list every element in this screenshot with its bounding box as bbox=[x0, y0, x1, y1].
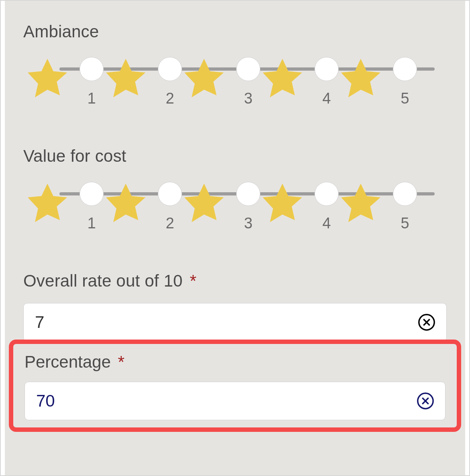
screen-frame: Ambiance 1 2 bbox=[0, 0, 470, 476]
rating-handle-1[interactable] bbox=[80, 182, 104, 206]
ambiance-field: Ambiance 1 2 bbox=[23, 22, 447, 110]
ambiance-label: Ambiance bbox=[23, 22, 447, 42]
clear-icon[interactable] bbox=[416, 392, 435, 410]
overall-rate-field: Overall rate out of 10 * bbox=[23, 271, 447, 342]
overall-rate-input-wrap[interactable] bbox=[23, 303, 447, 342]
rating-number: 1 bbox=[84, 215, 100, 232]
overall-rate-label: Overall rate out of 10 * bbox=[23, 271, 447, 291]
rating-number: 1 bbox=[84, 90, 100, 107]
percentage-field-highlighted: Percentage * bbox=[9, 340, 461, 432]
rating-handle-2[interactable] bbox=[158, 57, 182, 81]
value-for-cost-star-row[interactable]: 1 2 3 4 bbox=[23, 179, 447, 235]
overall-rate-label-text: Overall rate out of 10 bbox=[23, 271, 183, 290]
percentage-input-wrap[interactable] bbox=[25, 382, 445, 420]
rating-handle-3[interactable] bbox=[236, 57, 260, 81]
rating-number: 5 bbox=[397, 90, 413, 107]
ambiance-star-row[interactable]: 1 2 3 4 bbox=[23, 54, 447, 110]
form-panel: Ambiance 1 2 bbox=[23, 1, 447, 342]
rating-number: 2 bbox=[162, 90, 178, 107]
rating-number: 4 bbox=[319, 90, 335, 107]
rating-number: 4 bbox=[319, 215, 335, 232]
rating-number: 3 bbox=[240, 215, 256, 232]
percentage-label: Percentage * bbox=[25, 352, 445, 372]
rating-handle-4[interactable] bbox=[315, 182, 339, 206]
rating-number: 2 bbox=[162, 215, 178, 232]
percentage-label-text: Percentage bbox=[25, 352, 111, 371]
clear-icon[interactable] bbox=[417, 313, 436, 332]
rating-handle-4[interactable] bbox=[315, 57, 339, 81]
rating-number: 5 bbox=[397, 215, 413, 232]
rating-handle-5[interactable] bbox=[393, 182, 417, 206]
rating-handle-3[interactable] bbox=[236, 182, 260, 206]
rating-handle-1[interactable] bbox=[80, 57, 104, 81]
form-background: Ambiance 1 2 bbox=[5, 1, 465, 475]
required-marker: * bbox=[190, 271, 197, 290]
rating-number: 3 bbox=[240, 90, 256, 107]
value-for-cost-label: Value for cost bbox=[23, 146, 447, 166]
value-for-cost-field: Value for cost 1 2 bbox=[23, 146, 447, 234]
required-marker: * bbox=[118, 352, 125, 371]
percentage-input[interactable] bbox=[35, 382, 416, 420]
overall-rate-input[interactable] bbox=[34, 303, 417, 341]
rating-handle-2[interactable] bbox=[158, 182, 182, 206]
rating-handle-5[interactable] bbox=[393, 57, 417, 81]
